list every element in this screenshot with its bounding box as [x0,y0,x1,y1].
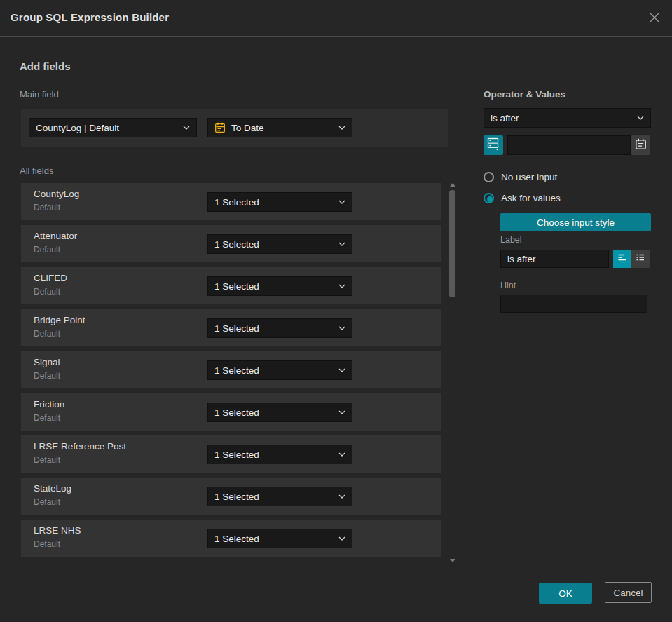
bulleted-list-icon [635,252,646,266]
selected-count: 1 Selected [214,407,334,418]
selected-count: 1 Selected [214,365,334,376]
hint-field-label: Hint [500,280,516,290]
hint-input[interactable] [500,295,647,313]
chevron-down-icon [338,242,345,246]
close-icon [648,11,661,27]
field-name: CLIFED [34,273,67,283]
label-input[interactable] [500,250,609,268]
field-selected-dropdown[interactable]: 1 Selected [207,445,352,464]
close-button[interactable] [647,11,662,27]
chevron-down-icon [338,536,345,541]
calendar-icon [635,138,647,153]
cancel-button[interactable]: Cancel [605,582,652,603]
scroll-down-arrow[interactable] [450,559,455,562]
field-name: Attenuator [34,231,77,241]
all-fields-label: All fields [20,165,53,176]
list-scrollbar-thumb[interactable] [449,190,455,297]
field-selected-dropdown[interactable]: 1 Selected [207,318,352,338]
selected-count: 1 Selected [214,323,334,334]
scroll-up-arrow[interactable] [450,183,455,187]
dialog-header: Group SQL Expression Builder [0,0,672,37]
dialog-title: Group SQL Expression Builder [11,11,169,23]
field-selected-dropdown[interactable]: 1 Selected [207,403,352,422]
field-selected-dropdown[interactable]: 1 Selected [207,276,352,296]
field-subtitle: Default [34,287,60,297]
main-field-label: Main field [20,89,59,100]
field-row: CLIFED Default 1 Selected [21,267,441,304]
field-selected-dropdown[interactable]: 1 Selected [207,192,352,212]
field-selected-dropdown[interactable]: 1 Selected [207,487,352,506]
add-fields-heading: Add fields [20,60,71,72]
field-subtitle: Default [34,203,60,212]
field-name: CountyLog [34,189,79,199]
calendar-icon [214,122,226,133]
field-subtitle: Default [34,455,60,465]
stacked-rows-icon [487,137,500,154]
label-field-label: Label [500,235,522,245]
chevron-down-icon [338,284,345,288]
field-type-select-value: To Date [231,123,334,133]
list-style-button[interactable] [631,250,650,268]
single-line-style-button[interactable] [613,250,631,268]
chevron-down-icon [338,326,345,330]
field-selected-dropdown[interactable]: 1 Selected [207,360,352,380]
operator-values-heading: Operator & Values [484,89,565,100]
chevron-down-icon [338,452,345,457]
field-subtitle: Default [34,539,60,549]
chevron-down-icon [338,368,345,372]
selected-count: 1 Selected [214,492,334,502]
value-input[interactable] [507,135,631,155]
field-selected-dropdown[interactable]: 1 Selected [207,234,352,254]
field-row: Friction Default 1 Selected [21,393,441,431]
field-row: LRSE NHS Default 1 Selected [21,520,441,557]
field-name: Bridge Point [34,315,85,325]
chevron-down-icon [183,126,190,130]
main-field-select-value: CountyLog | Default [36,123,179,133]
chevron-down-icon [637,116,644,120]
choose-input-style-button[interactable]: Choose input style [500,213,651,231]
radio-circle-icon [484,172,494,182]
chevron-down-icon [338,200,345,204]
field-row: Attenuator Default 1 Selected [21,225,441,262]
main-field-panel: CountyLog | Default To Date [21,109,448,147]
date-picker-button[interactable] [631,135,650,155]
field-type-select[interactable]: To Date [207,118,352,137]
field-subtitle: Default [34,371,60,381]
field-subtitle: Default [34,413,60,423]
field-row: CountyLog Default 1 Selected [21,183,441,220]
selected-count: 1 Selected [214,239,334,250]
chevron-down-icon [338,410,345,414]
selected-count: 1 Selected [214,449,334,460]
field-subtitle: Default [34,497,60,507]
radio-no-user-input[interactable]: No user input [484,172,557,182]
field-name: Friction [34,399,64,410]
field-subtitle: Default [34,329,60,339]
operator-select[interactable]: is after [484,108,651,128]
ok-button[interactable]: OK [539,583,592,604]
field-name: StateLog [34,483,71,494]
field-row: Bridge Point Default 1 Selected [21,309,441,346]
selected-count: 1 Selected [214,281,334,292]
align-left-icon [617,252,628,266]
selected-count: 1 Selected [214,197,334,208]
main-field-select[interactable]: CountyLog | Default [29,118,197,137]
unique-values-button[interactable] [484,135,503,155]
field-row: Signal Default 1 Selected [21,351,441,388]
selected-count: 1 Selected [214,534,334,544]
operator-select-value: is after [491,113,633,123]
vertical-divider [469,88,469,561]
field-name: LRSE NHS [34,525,81,536]
radio-label: Ask for values [501,193,561,203]
field-row: StateLog Default 1 Selected [21,478,441,515]
field-name: Signal [34,357,60,367]
radio-ask-for-values[interactable]: Ask for values [484,193,561,203]
field-subtitle: Default [34,245,60,255]
radio-label: No user input [501,172,557,182]
field-row: LRSE Reference Post Default 1 Selected [21,435,441,473]
group-sql-expression-builder-dialog: Group SQL Expression Builder Add fields … [0,0,672,622]
chevron-down-icon [338,126,345,130]
field-name: LRSE Reference Post [34,441,126,452]
radio-circle-selected-icon [484,193,494,203]
chevron-down-icon [338,494,345,499]
field-selected-dropdown[interactable]: 1 Selected [207,529,352,548]
